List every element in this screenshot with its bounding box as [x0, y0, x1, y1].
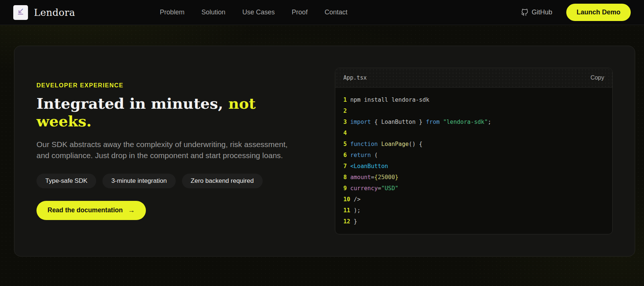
line-number: 2: [343, 108, 347, 114]
code-token: {: [374, 174, 378, 181]
code-line: 5 function LoanPage() {: [343, 139, 604, 150]
code-token: );: [354, 207, 361, 214]
code-token: (: [371, 152, 378, 158]
eyebrow-label: DEVELOPER EXPERIENCE: [36, 82, 297, 89]
line-number: 11: [343, 207, 350, 214]
line-number: 10: [343, 196, 350, 203]
feature-pills: Type-safe SDK3-minute integrationZero ba…: [36, 174, 297, 188]
code-token: =: [378, 185, 381, 192]
navbar: Lendora ProblemSolutionUse CasesProofCon…: [0, 0, 644, 25]
line-number: 1: [343, 97, 347, 103]
code-token: currency: [350, 185, 378, 192]
code-filename: App.tsx: [343, 74, 367, 81]
code-content: 1 npm install lendora-sdk2 3 import { Lo…: [335, 88, 612, 234]
code-line: 1 npm install lendora-sdk: [343, 94, 604, 105]
line-number: 6: [343, 152, 347, 158]
navbar-right: GitHub Launch Demo: [521, 4, 631, 21]
code-line: 3 import { LoanButton } from "lendora-sd…: [343, 116, 604, 128]
hero-content: DEVELOPER EXPERIENCE Integrated in minut…: [36, 82, 297, 220]
code-token: <LoanButton: [350, 163, 388, 170]
nav-link-solution[interactable]: Solution: [202, 8, 225, 16]
code-token: [440, 119, 443, 125]
code-line: 6 return (: [343, 150, 604, 161]
code-token: }: [354, 218, 357, 225]
code-token: return: [350, 152, 371, 158]
code-token: from: [426, 119, 440, 125]
code-line: 7 <LoanButton: [343, 161, 604, 172]
copy-button[interactable]: Copy: [591, 74, 604, 81]
code-token: npm install lendora-sdk: [350, 97, 430, 103]
brand-logo: [13, 5, 28, 20]
code-line: 8 amount={25000}: [343, 172, 604, 183]
heading-plain: Integrated in minutes,: [36, 95, 228, 112]
line-number: 5: [343, 141, 347, 147]
line-number: 9: [343, 185, 347, 192]
github-label: GitHub: [532, 8, 552, 16]
code-editor-window: App.tsx Copy 1 npm install lendora-sdk2 …: [335, 68, 613, 234]
arrow-right-icon: →: [128, 206, 135, 214]
arrow-down-left-icon: [16, 7, 25, 18]
feature-pill: 3-minute integration: [102, 174, 175, 188]
code-line: 4: [343, 128, 604, 139]
code-line: 2: [343, 105, 604, 116]
nav-link-problem[interactable]: Problem: [160, 8, 185, 16]
line-number: 7: [343, 163, 347, 170]
code-token: 25000: [378, 174, 395, 181]
code-token: }: [395, 174, 398, 181]
code-token: ;: [488, 119, 491, 125]
brand[interactable]: Lendora: [13, 5, 75, 20]
hero-description: Our SDK abstracts away the complexity of…: [36, 139, 294, 161]
code-token: "USD": [381, 185, 399, 192]
code-line: 9 currency="USD": [343, 183, 604, 194]
nav-link-proof[interactable]: Proof: [292, 8, 308, 16]
read-docs-label: Read the documentation: [48, 206, 123, 214]
code-token: import: [350, 119, 371, 125]
code-token: "lendora-sdk": [443, 119, 488, 125]
code-line: 11 );: [343, 205, 604, 216]
line-number: 8: [343, 174, 347, 181]
code-token: function: [350, 141, 378, 147]
launch-demo-button[interactable]: Launch Demo: [566, 4, 631, 21]
line-number: 12: [343, 218, 350, 225]
brand-name: Lendora: [34, 7, 75, 18]
read-docs-button[interactable]: Read the documentation →: [36, 201, 146, 220]
nav-link-use-cases[interactable]: Use Cases: [242, 8, 275, 16]
line-number: 3: [343, 119, 347, 125]
hero-card: DEVELOPER EXPERIENCE Integrated in minut…: [14, 46, 635, 257]
code-token: amount: [350, 174, 371, 181]
nav-links: ProblemSolutionUse CasesProofContact: [160, 8, 347, 16]
line-number: 4: [343, 130, 347, 136]
github-link[interactable]: GitHub: [521, 8, 552, 16]
page-title: Integrated in minutes, not weeks.: [36, 95, 297, 130]
code-line: 12 }: [343, 216, 604, 227]
code-token: LoanPage: [381, 141, 409, 147]
feature-pill: Type-safe SDK: [36, 174, 96, 188]
code-editor-header: App.tsx Copy: [335, 68, 612, 88]
code-token: />: [354, 196, 361, 203]
code-token: [378, 141, 381, 147]
nav-link-contact[interactable]: Contact: [325, 8, 347, 16]
code-token: () {: [409, 141, 422, 147]
code-line: 10 />: [343, 194, 604, 205]
code-token: { LoanButton }: [371, 119, 426, 125]
code-token: =: [371, 174, 374, 181]
github-icon: [521, 9, 528, 16]
feature-pill: Zero backend required: [182, 174, 263, 188]
